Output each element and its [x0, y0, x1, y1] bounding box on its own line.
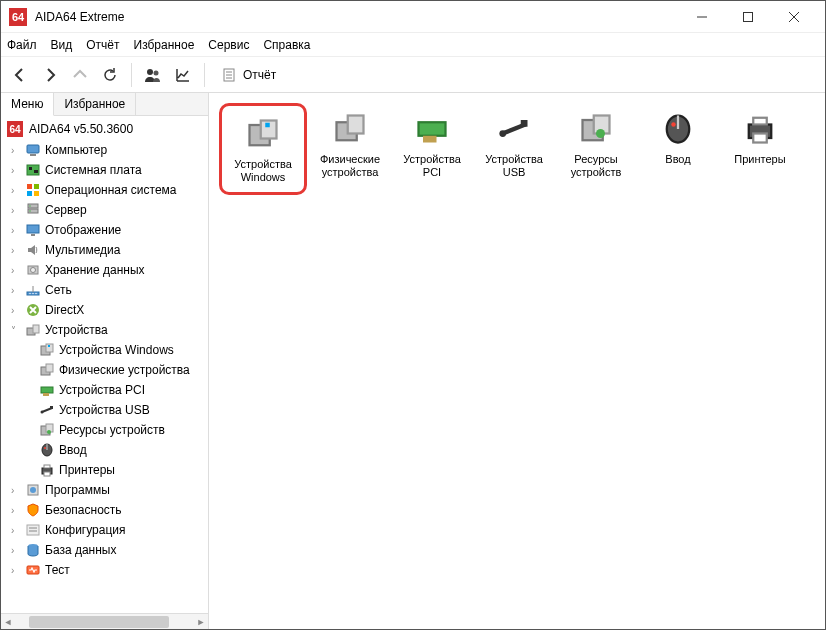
tree-item-programs[interactable]: ›Программы: [1, 480, 208, 500]
chevron-icon: ›: [11, 525, 21, 536]
tree-item-display[interactable]: ›Отображение: [1, 220, 208, 240]
tree-item-dev-print[interactable]: Принтеры: [1, 460, 208, 480]
svg-point-22: [29, 210, 31, 212]
minimize-button[interactable]: [679, 2, 725, 32]
content-item-dev-print[interactable]: Принтеры: [721, 103, 799, 172]
tree-item-network[interactable]: ›Сеть: [1, 280, 208, 300]
tree-item-db[interactable]: ›База данных: [1, 540, 208, 560]
svg-rect-77: [753, 134, 767, 143]
svg-rect-24: [31, 234, 35, 236]
svg-rect-34: [33, 325, 39, 333]
tree-item-label: Устройства PCI: [59, 383, 145, 397]
content-item-dev-phys[interactable]: Физические устройства: [311, 103, 389, 185]
tree-item-devices[interactable]: ˅Устройства: [1, 320, 208, 340]
tree-item-config[interactable]: ›Конфигурация: [1, 520, 208, 540]
menu-report[interactable]: Отчёт: [86, 38, 119, 52]
body: Меню Избранное 64 AIDA64 v5.50.3600 ›Ком…: [1, 93, 825, 629]
tab-menu[interactable]: Меню: [1, 93, 54, 116]
close-button[interactable]: [771, 2, 817, 32]
svg-rect-68: [521, 120, 528, 127]
tree-item-label: Безопасность: [45, 503, 122, 517]
chevron-icon: ›: [11, 285, 21, 296]
dev-phys-icon: [39, 362, 55, 378]
content-item-dev-usb[interactable]: Устройства USB: [475, 103, 553, 185]
svg-rect-37: [48, 345, 50, 347]
svg-point-42: [41, 411, 44, 414]
server-icon: [25, 202, 41, 218]
svg-rect-11: [30, 154, 36, 156]
back-button[interactable]: [7, 62, 33, 88]
menu-file[interactable]: Файл: [7, 38, 37, 52]
tree-item-dev-usb[interactable]: Устройства USB: [1, 400, 208, 420]
content-item-label: Принтеры: [734, 153, 785, 166]
content-item-label: Физические устройства: [313, 153, 387, 179]
dev-input-icon: [39, 442, 55, 458]
scroll-thumb[interactable]: [29, 616, 169, 628]
content-item-dev-res[interactable]: Ресурсы устройств: [557, 103, 635, 185]
content-item-dev-input[interactable]: Ввод: [639, 103, 717, 172]
tree-item-dev-phys[interactable]: Физические устройства: [1, 360, 208, 380]
dev-phys-icon: [330, 109, 370, 149]
svg-rect-62: [265, 123, 270, 128]
svg-rect-39: [46, 364, 53, 372]
devices-icon: [25, 322, 41, 338]
app-icon: 64: [7, 121, 23, 137]
tree-item-label: Программы: [45, 483, 110, 497]
tree-item-dev-pci[interactable]: Устройства PCI: [1, 380, 208, 400]
tree-item-dev-res[interactable]: Ресурсы устройств: [1, 420, 208, 440]
svg-point-5: [154, 70, 159, 75]
menu-service[interactable]: Сервис: [208, 38, 249, 52]
chevron-icon: ›: [11, 485, 21, 496]
menu-favorites[interactable]: Избранное: [134, 38, 195, 52]
toolbar-separator: [204, 63, 205, 87]
svg-point-74: [671, 122, 676, 127]
tree-item-directx[interactable]: ›DirectX: [1, 300, 208, 320]
tree-item-os[interactable]: ›Операционная система: [1, 180, 208, 200]
chevron-icon: ˅: [11, 325, 21, 336]
tree-item-board[interactable]: ›Системная плата: [1, 160, 208, 180]
tree-item-storage[interactable]: ›Хранение данных: [1, 260, 208, 280]
tree-item-label: Устройства Windows: [59, 343, 174, 357]
tree-item-label: Принтеры: [59, 463, 115, 477]
chevron-icon: ›: [11, 565, 21, 576]
up-button[interactable]: [67, 62, 93, 88]
tree-item-computer[interactable]: ›Компьютер: [1, 140, 208, 160]
tree-item-label: DirectX: [45, 303, 84, 317]
menu-help[interactable]: Справка: [263, 38, 310, 52]
chevron-icon: ›: [11, 205, 21, 216]
content-item-dev-pci[interactable]: Устройства PCI: [393, 103, 471, 185]
scroll-left-icon[interactable]: ◄: [1, 617, 15, 627]
menu-view[interactable]: Вид: [51, 38, 73, 52]
content-item-dev-win[interactable]: Устройства Windows: [224, 108, 302, 190]
tree-item-dev-win[interactable]: Устройства Windows: [1, 340, 208, 360]
highlight-box: Устройства Windows: [219, 103, 307, 195]
tree-item-dev-input[interactable]: Ввод: [1, 440, 208, 460]
tree-root[interactable]: 64 AIDA64 v5.50.3600: [1, 118, 208, 140]
tree-item-speaker[interactable]: ›Мультимедиа: [1, 240, 208, 260]
svg-rect-13: [29, 167, 32, 170]
tree-item-security[interactable]: ›Безопасность: [1, 500, 208, 520]
scroll-right-icon[interactable]: ►: [194, 617, 208, 627]
maximize-button[interactable]: [725, 2, 771, 32]
tree-scrollbar[interactable]: ◄ ►: [1, 613, 208, 629]
tree-item-test[interactable]: ›Тест: [1, 560, 208, 580]
forward-button[interactable]: [37, 62, 63, 88]
report-button[interactable]: Отчёт: [213, 67, 284, 83]
svg-rect-41: [43, 393, 49, 396]
users-button[interactable]: [140, 62, 166, 88]
speaker-icon: [25, 242, 41, 258]
svg-rect-40: [41, 387, 53, 393]
dev-usb-icon: [494, 109, 534, 149]
tree-item-server[interactable]: ›Сервер: [1, 200, 208, 220]
tab-favorites[interactable]: Избранное: [54, 93, 136, 115]
storage-icon: [25, 262, 41, 278]
refresh-button[interactable]: [97, 62, 123, 88]
chevron-icon: ›: [11, 265, 21, 276]
display-icon: [25, 222, 41, 238]
os-icon: [25, 182, 41, 198]
tree-item-label: Устройства: [45, 323, 108, 337]
tree-item-label: Устройства USB: [59, 403, 150, 417]
tree-item-label: Отображение: [45, 223, 121, 237]
chart-button[interactable]: [170, 62, 196, 88]
tree[interactable]: 64 AIDA64 v5.50.3600 ›Компьютер›Системна…: [1, 116, 208, 613]
